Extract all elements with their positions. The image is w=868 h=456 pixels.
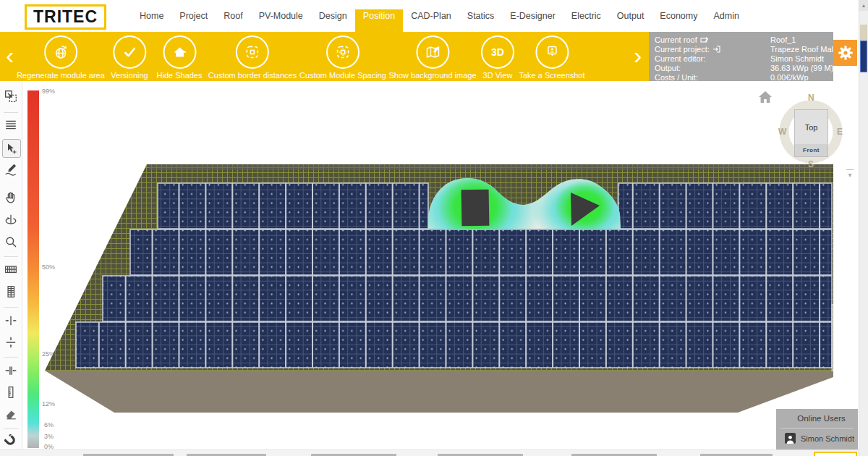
- map-edit-icon: [424, 43, 441, 61]
- scrollbar-segment: [860, 25, 867, 41]
- nav-statics[interactable]: Statics: [459, 0, 503, 32]
- view-cube-top[interactable]: Top: [794, 109, 828, 145]
- nav-home[interactable]: Home: [132, 0, 171, 32]
- eraser-tool[interactable]: [4, 408, 17, 421]
- position-toolbar: ‹ Regenerate module area Versioning Hide…: [0, 32, 649, 81]
- vertical-scrollbar[interactable]: ▲: [859, 0, 868, 456]
- costs-per-unit-value: 0.00€/kWp: [770, 73, 809, 82]
- roof-facade: [45, 371, 833, 413]
- custom-module-spacing-button[interactable]: Custom Module Spacing: [299, 35, 386, 80]
- online-user-name: Simon Schmidt: [801, 434, 854, 443]
- versioning-button[interactable]: Versioning: [111, 35, 148, 80]
- take-screenshot-button[interactable]: Take a Screenshot: [519, 35, 584, 80]
- nav-admin[interactable]: Admin: [705, 0, 746, 32]
- top-navigation: TRITEC Home Project Roof PV-Module Desig…: [0, 0, 859, 32]
- check-icon: [121, 43, 138, 61]
- ruler-tool[interactable]: [4, 386, 17, 399]
- nav-e-designer[interactable]: E-Designer: [502, 0, 563, 32]
- current-roof-value: Roof_1: [770, 35, 796, 44]
- nav-economy[interactable]: Economy: [652, 0, 705, 32]
- nav-design[interactable]: Design: [311, 0, 355, 32]
- info-label: Current editor:: [655, 54, 705, 63]
- compass-east: E: [837, 127, 843, 137]
- globe-refresh-icon: [52, 43, 69, 61]
- zoom-tool[interactable]: [4, 235, 17, 248]
- scroll-up-icon[interactable]: ▲: [859, 0, 868, 11]
- scale-label: 0%: [44, 443, 54, 449]
- align-vertical-tool[interactable]: [4, 336, 17, 349]
- compass-west: W: [778, 127, 786, 137]
- show-background-image-button[interactable]: Show background image: [388, 35, 476, 80]
- nav-output[interactable]: Output: [609, 0, 652, 32]
- collapse-widget-icon[interactable]: —▾: [846, 166, 854, 178]
- info-label: Current project:: [655, 45, 710, 54]
- module-grid-horizontal-tool[interactable]: [4, 263, 17, 276]
- toolbar-scroll-left-icon[interactable]: ‹: [6, 42, 14, 68]
- toolbar-scroll-right-icon[interactable]: ›: [634, 42, 642, 68]
- roof-3d-view[interactable]: [45, 162, 833, 413]
- pv-design-app: { "brand": { "logo": "TRITEC", "logo_sma…: [0, 0, 868, 456]
- current-project-info-panel: Current roof Roof_1 Current project: Tra…: [649, 32, 833, 81]
- main-menu: Home Project Roof PV-Module Design Posit…: [132, 0, 747, 32]
- info-label: Output:: [655, 64, 681, 72]
- three-d-icon: 3D: [491, 46, 504, 58]
- module-grid-vertical-tool[interactable]: [4, 285, 17, 298]
- pan-tool[interactable]: [4, 191, 17, 204]
- info-label: Current roof: [655, 35, 697, 44]
- rename-icon[interactable]: [700, 36, 709, 43]
- roof-edge-band: [147, 164, 833, 170]
- area-select-tool[interactable]: [4, 90, 17, 103]
- scale-label: 6%: [44, 421, 54, 428]
- nav-project[interactable]: Project: [171, 0, 216, 32]
- info-label: Costs / Unit:: [655, 73, 698, 82]
- hide-shades-button[interactable]: Hide Shades: [157, 35, 203, 80]
- online-users-panel: Online Users Simon Schmidt: [776, 409, 858, 449]
- dashed-spacing-icon: [334, 43, 352, 61]
- nav-roof[interactable]: Roof: [216, 0, 250, 32]
- obstacle-box[interactable]: [461, 190, 490, 227]
- dashed-border-icon: [244, 43, 261, 61]
- scrollbar-thumb[interactable]: [860, 41, 867, 72]
- 3d-view-button[interactable]: 3D 3D View: [481, 35, 514, 80]
- rotate-tool[interactable]: [4, 214, 17, 227]
- drawing-tools-sidebar: [0, 81, 22, 449]
- current-editor-value: Simon Schmidt: [770, 54, 824, 63]
- compass-south: S: [808, 159, 814, 169]
- design-canvas[interactable]: 99% 50% 25% 12% 6% 3% 0%: [22, 81, 859, 449]
- move-tool[interactable]: [2, 139, 21, 158]
- house-icon: [171, 43, 188, 61]
- online-user-row[interactable]: Simon Schmidt: [776, 428, 858, 444]
- view-orientation-widget[interactable]: N E S W Top Front —▾: [755, 88, 846, 174]
- nav-cad-plan[interactable]: CAD-Plan: [403, 0, 459, 32]
- view-cube-front[interactable]: Front: [794, 144, 828, 157]
- online-users-title: Online Users: [776, 409, 858, 428]
- compass-north: N: [808, 93, 814, 103]
- nav-position[interactable]: Position: [355, 0, 403, 32]
- shading-loss-scale: [27, 90, 39, 448]
- regenerate-module-area-button[interactable]: Regenerate module area: [17, 35, 105, 80]
- row-spacing-tool[interactable]: [4, 364, 17, 377]
- gear-icon: [836, 43, 855, 62]
- nav-pv-module[interactable]: PV-Module: [251, 0, 311, 32]
- scale-label: 3%: [44, 433, 54, 440]
- settings-button[interactable]: [833, 40, 857, 66]
- list-tool[interactable]: [4, 118, 17, 131]
- scale-label: 99%: [42, 88, 55, 95]
- magnet-snap-tool[interactable]: [4, 434, 17, 447]
- output-value: 36.63 kWp (99 M): [770, 64, 833, 72]
- align-horizontal-tool[interactable]: [4, 314, 17, 327]
- custom-border-distances-button[interactable]: Custom border distances: [208, 35, 297, 80]
- user-avatar-icon: [785, 433, 796, 444]
- tritec-logo: TRITEC: [25, 4, 106, 30]
- draw-tool[interactable]: [4, 163, 17, 176]
- tritec-mini-logo: TRITEC: [814, 452, 857, 456]
- screenshot-icon: [543, 43, 561, 61]
- status-bar: [0, 449, 859, 456]
- switch-project-icon[interactable]: [712, 46, 721, 53]
- nav-electric[interactable]: Electric: [563, 0, 609, 32]
